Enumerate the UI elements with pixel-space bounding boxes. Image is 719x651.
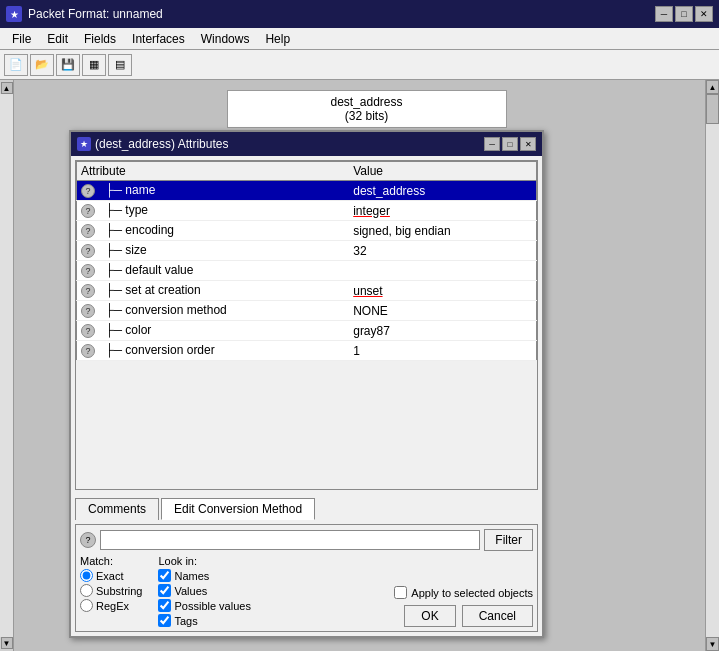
lookin-tags[interactable]: Tags bbox=[158, 614, 250, 627]
menu-edit[interactable]: Edit bbox=[39, 30, 76, 48]
attr-cell: ?├─ conversion order bbox=[77, 341, 350, 361]
table-row[interactable]: ?├─ size32 bbox=[77, 241, 537, 261]
attr-cell: ?├─ size bbox=[77, 241, 350, 261]
scroll-down-left[interactable]: ▼ bbox=[1, 637, 13, 649]
attribute-table-wrapper: Attribute Value ?├─ namedest_address?├─ … bbox=[75, 160, 538, 490]
attr-cell: ?├─ type bbox=[77, 201, 350, 221]
app-icon: ★ bbox=[6, 6, 22, 22]
help-icon[interactable]: ? bbox=[81, 304, 95, 318]
attr-cell: ?├─ set at creation bbox=[77, 281, 350, 301]
lookin-possible[interactable]: Possible values bbox=[158, 599, 250, 612]
left-scrollbar: ▲ ▼ bbox=[0, 80, 14, 651]
value-cell: unset bbox=[349, 281, 536, 301]
value-cell: dest_address bbox=[349, 181, 536, 201]
main-area: ▲ ▼ dest_address (32 bits) ★ (dest_addre… bbox=[0, 80, 719, 651]
tab-area: Comments Edit Conversion Method bbox=[71, 494, 542, 520]
scroll-up-left[interactable]: ▲ bbox=[1, 82, 13, 94]
filter-help-icon[interactable]: ? bbox=[80, 532, 96, 548]
tab-comments[interactable]: Comments bbox=[75, 498, 159, 520]
apply-checkbox[interactable] bbox=[394, 586, 407, 599]
help-icon[interactable]: ? bbox=[81, 264, 95, 278]
help-icon[interactable]: ? bbox=[81, 224, 95, 238]
list-button[interactable]: ▤ bbox=[108, 54, 132, 76]
new-button[interactable]: 📄 bbox=[4, 54, 28, 76]
value-cell: gray87 bbox=[349, 321, 536, 341]
filter-button[interactable]: Filter bbox=[484, 529, 533, 551]
close-button[interactable]: ✕ bbox=[695, 6, 713, 22]
dialog-close[interactable]: ✕ bbox=[520, 137, 536, 151]
attr-cell: ?├─ color bbox=[77, 321, 350, 341]
value-cell: signed, big endian bbox=[349, 221, 536, 241]
attributes-dialog: ★ (dest_address) Attributes ─ □ ✕ Attrib… bbox=[69, 130, 544, 638]
match-label: Match: bbox=[80, 555, 142, 567]
open-button[interactable]: 📂 bbox=[30, 54, 54, 76]
attr-cell: ?├─ default value bbox=[77, 261, 350, 281]
menu-interfaces[interactable]: Interfaces bbox=[124, 30, 193, 48]
help-icon[interactable]: ? bbox=[81, 284, 95, 298]
filter-input[interactable] bbox=[100, 530, 480, 550]
col-value: Value bbox=[349, 162, 536, 181]
table-row[interactable]: ?├─ set at creationunset bbox=[77, 281, 537, 301]
help-icon[interactable]: ? bbox=[81, 244, 95, 258]
filter-area: ? Filter Match: Exact Substring bbox=[75, 524, 538, 632]
table-row[interactable]: ?├─ conversion methodNONE bbox=[77, 301, 537, 321]
scroll-up[interactable]: ▲ bbox=[706, 80, 719, 94]
table-row[interactable]: ?├─ conversion order1 bbox=[77, 341, 537, 361]
right-scrollbar: ▲ ▼ bbox=[705, 80, 719, 651]
value-cell: integer bbox=[349, 201, 536, 221]
field-name: dest_address bbox=[258, 95, 476, 109]
match-section: Match: Exact Substring RegEx bbox=[80, 555, 142, 627]
dialog-title: (dest_address) Attributes bbox=[95, 137, 228, 151]
apply-checkbox-label[interactable]: Apply to selected objects bbox=[394, 586, 533, 599]
menu-windows[interactable]: Windows bbox=[193, 30, 258, 48]
scroll-down[interactable]: ▼ bbox=[706, 637, 719, 651]
attr-cell: ?├─ name bbox=[77, 181, 350, 201]
help-icon[interactable]: ? bbox=[81, 184, 95, 198]
col-attribute: Attribute bbox=[77, 162, 350, 181]
field-bits: (32 bits) bbox=[258, 109, 476, 123]
grid-button[interactable]: ▦ bbox=[82, 54, 106, 76]
lookin-values[interactable]: Values bbox=[158, 584, 250, 597]
attr-cell: ?├─ encoding bbox=[77, 221, 350, 241]
table-row[interactable]: ?├─ encodingsigned, big endian bbox=[77, 221, 537, 241]
value-cell: 32 bbox=[349, 241, 536, 261]
dialog-minimize[interactable]: ─ bbox=[484, 137, 500, 151]
help-icon[interactable]: ? bbox=[81, 204, 95, 218]
save-button[interactable]: 💾 bbox=[56, 54, 80, 76]
table-row[interactable]: ?├─ namedest_address bbox=[77, 181, 537, 201]
menu-help[interactable]: Help bbox=[257, 30, 298, 48]
dialog-icon: ★ bbox=[77, 137, 91, 151]
match-regex[interactable]: RegEx bbox=[80, 599, 142, 612]
help-icon[interactable]: ? bbox=[81, 324, 95, 338]
tab-edit-conversion[interactable]: Edit Conversion Method bbox=[161, 498, 315, 520]
value-cell: 1 bbox=[349, 341, 536, 361]
dialog-title-bar: ★ (dest_address) Attributes ─ □ ✕ bbox=[71, 132, 542, 156]
value-cell bbox=[349, 261, 536, 281]
toolbar: 📄 📂 💾 ▦ ▤ bbox=[0, 50, 719, 80]
dialog-restore[interactable]: □ bbox=[502, 137, 518, 151]
field-label-box: dest_address (32 bits) bbox=[227, 90, 507, 128]
value-cell: NONE bbox=[349, 301, 536, 321]
match-exact[interactable]: Exact bbox=[80, 569, 142, 582]
cancel-button[interactable]: Cancel bbox=[462, 605, 533, 627]
menu-bar: File Edit Fields Interfaces Windows Help bbox=[0, 28, 719, 50]
minimize-button[interactable]: ─ bbox=[655, 6, 673, 22]
attr-cell: ?├─ conversion method bbox=[77, 301, 350, 321]
table-row[interactable]: ?├─ colorgray87 bbox=[77, 321, 537, 341]
lookin-names[interactable]: Names bbox=[158, 569, 250, 582]
table-row[interactable]: ?├─ typeinteger bbox=[77, 201, 537, 221]
window-title: Packet Format: unnamed bbox=[28, 7, 163, 21]
apply-label: Apply to selected objects bbox=[411, 587, 533, 599]
match-substring[interactable]: Substring bbox=[80, 584, 142, 597]
table-row[interactable]: ?├─ default value bbox=[77, 261, 537, 281]
ok-button[interactable]: OK bbox=[404, 605, 455, 627]
center-content: dest_address (32 bits) ★ (dest_address) … bbox=[14, 80, 719, 651]
menu-file[interactable]: File bbox=[4, 30, 39, 48]
attribute-table: Attribute Value ?├─ namedest_address?├─ … bbox=[76, 161, 537, 361]
title-bar: ★ Packet Format: unnamed ─ □ ✕ bbox=[0, 0, 719, 28]
help-icon[interactable]: ? bbox=[81, 344, 95, 358]
menu-fields[interactable]: Fields bbox=[76, 30, 124, 48]
lookin-label: Look in: bbox=[158, 555, 250, 567]
lookin-section: Look in: Names Values Possible values bbox=[158, 555, 250, 627]
restore-button[interactable]: □ bbox=[675, 6, 693, 22]
